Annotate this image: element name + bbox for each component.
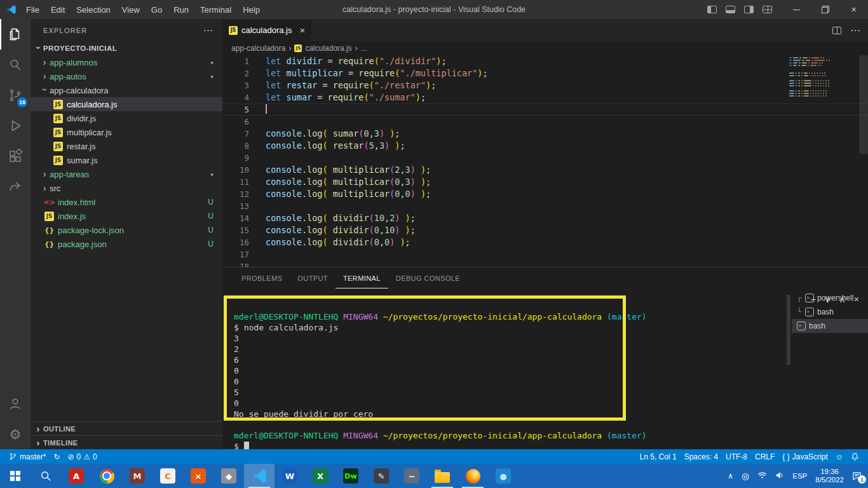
taskbar-m-app[interactable]: M [122, 464, 153, 488]
problems-indicator[interactable]: ⊘ 0 ⚠ 0 [64, 449, 100, 464]
menu-go[interactable]: Go [146, 0, 168, 19]
source-control-activity-button[interactable]: 16 [0, 80, 31, 111]
action-center-button[interactable]: 1 [852, 471, 862, 480]
terminal-scrollbar[interactable] [785, 288, 792, 449]
code-line-10[interactable]: 10console.log( multiplicar(2,3) ); [222, 164, 868, 176]
tree-file-dividir.js[interactable]: JSdividir.js [31, 111, 222, 125]
tree-folder-app-calculadora[interactable]: ›app-calculadora [31, 83, 222, 97]
tree-folder-app-alumnos[interactable]: ›app-alumnos● [31, 55, 222, 69]
settings-button[interactable]: ⚙ [0, 419, 31, 449]
code-line-1[interactable]: 1let dividir = require("./dividir"); [222, 55, 868, 67]
clock[interactable]: 19:36 8/5/2022 [815, 468, 844, 484]
split-editor-icon[interactable] [832, 27, 841, 34]
toggle-secondary-sidebar-icon[interactable] [744, 6, 754, 13]
tree-file-package-lock.json[interactable]: {}package-lock.jsonU [31, 223, 222, 237]
speaker-icon[interactable] [775, 470, 784, 482]
minimize-button[interactable]: ─ [782, 0, 811, 19]
breadcrumb-item[interactable]: calculadora.js [305, 44, 351, 53]
editor-scrollbar[interactable] [859, 55, 868, 154]
code-line-6[interactable]: 6 [222, 116, 868, 128]
tree-file-index.html[interactable]: <>index.htmlU [31, 195, 222, 209]
encoding-setting[interactable]: UTF-8 [722, 449, 751, 464]
menu-help[interactable]: Help [237, 0, 266, 19]
menu-edit[interactable]: Edit [45, 0, 71, 19]
taskbar-mysql-app[interactable]: ~ [397, 464, 427, 488]
taskbar-gray-app[interactable]: ◆ [214, 464, 244, 488]
code-line-9[interactable]: 9 [222, 152, 868, 164]
more-actions-icon[interactable]: ⋯ [203, 25, 214, 36]
tree-file-calculadora.js[interactable]: JScalculadora.js [31, 97, 222, 111]
code-line-16[interactable]: 16console.log( dividir(0,0) ); [222, 236, 868, 248]
code-line-12[interactable]: 12console.log( multiplicar(0,0) ); [222, 188, 868, 200]
cursor-position[interactable]: Ln 5, Col 1 [636, 449, 681, 464]
network-icon[interactable] [757, 470, 767, 482]
code-line-18[interactable]: 18 [222, 261, 868, 267]
code-line-8[interactable]: 8console.log( restar(5,3) ); [222, 140, 868, 152]
code-line-7[interactable]: 7console.log( sumar(0,3) ); [222, 128, 868, 140]
tree-file-restar.js[interactable]: JSrestar.js [31, 139, 222, 153]
tree-file-sumar.js[interactable]: JSsumar.js [31, 153, 222, 167]
search-activity-button[interactable] [0, 50, 31, 80]
tab-calculadora-js[interactable]: JS calculadora.js × [222, 19, 311, 41]
taskbar-blue-app[interactable]: ● [488, 464, 519, 488]
tree-folder-app-tareas[interactable]: ›app-tareas● [31, 167, 222, 181]
restore-button[interactable] [811, 0, 839, 19]
taskbar-dreamweaver[interactable]: Dw [336, 464, 366, 488]
branch-indicator[interactable]: master* [5, 449, 50, 464]
toggle-sidebar-icon[interactable] [707, 6, 717, 13]
code-line-13[interactable]: 13 [222, 200, 868, 212]
panel-tab-problems[interactable]: PROBLEMS [234, 268, 290, 288]
breadcrumb-item[interactable]: ... [361, 44, 367, 53]
tab-close-icon[interactable]: × [300, 25, 306, 36]
code-line-17[interactable]: 17 [222, 248, 868, 261]
code-editor[interactable]: 1let dividir = require("./dividir");2let… [222, 55, 868, 267]
sync-button[interactable]: ↻ [50, 449, 64, 464]
menu-file[interactable]: File [20, 0, 45, 19]
terminal-content[interactable]: mderl@DESKTOP-NNTLEHQ MINGW64 ~/proyecto… [222, 288, 785, 449]
panel-tab-terminal[interactable]: TERMINAL [336, 268, 388, 288]
taskbar-capture-app[interactable]: C [153, 464, 183, 488]
code-line-15[interactable]: 15console.log( dividir(0,10) ); [222, 224, 868, 236]
project-root-folder[interactable]: › PROYECTO-INICIAL [31, 41, 222, 55]
taskbar-pen-app[interactable]: ✎ [366, 464, 397, 488]
keyboard-layout[interactable]: ESP [792, 472, 807, 480]
explorer-activity-button[interactable] [0, 19, 31, 50]
tree-file-package.json[interactable]: {}package.jsonU [31, 237, 222, 251]
taskbar-search-button[interactable] [31, 464, 61, 488]
panel-tab-output[interactable]: OUTPUT [290, 268, 336, 288]
code-line-2[interactable]: 2let multiplicar = require("./multiplica… [222, 67, 868, 79]
editor-more-actions-icon[interactable]: ⋯ [850, 24, 860, 36]
section-outline[interactable]: ›OUTLINE [31, 421, 222, 435]
bullseye-icon[interactable]: ◎ [742, 471, 749, 481]
language-mode[interactable]: { } JavaScript [778, 449, 831, 464]
taskbar-excel[interactable]: X [305, 464, 336, 488]
taskbar-chrome[interactable] [92, 464, 122, 488]
tray-expand-icon[interactable]: ∧ [728, 471, 733, 480]
minimap[interactable] [789, 57, 859, 103]
code-line-3[interactable]: 3let restar = require("./restar"); [222, 79, 868, 92]
extensions-activity-button[interactable] [0, 141, 31, 172]
tree-file-index.js[interactable]: JSindex.jsU [31, 209, 222, 223]
terminal-instance-bash[interactable]: >_bash [792, 319, 868, 333]
taskbar-acrobat[interactable]: A [61, 464, 92, 488]
start-button[interactable] [0, 464, 31, 488]
indentation-setting[interactable]: Spaces: 4 [681, 449, 722, 464]
close-window-button[interactable]: × [839, 0, 868, 19]
breadcrumb-item[interactable]: app-calculadora [231, 44, 285, 53]
notifications-button[interactable] [847, 449, 863, 464]
taskbar-vscode[interactable] [244, 464, 275, 488]
code-line-5[interactable]: 5 [222, 104, 868, 116]
panel-tab-debug-console[interactable]: DEBUG CONSOLE [388, 268, 468, 288]
tree-file-multiplicar.js[interactable]: JSmultiplicar.js [31, 125, 222, 139]
customize-layout-icon[interactable] [763, 6, 772, 13]
code-line-14[interactable]: 14console.log( dividir(10,2) ); [222, 212, 868, 224]
taskbar-firefox[interactable] [458, 464, 488, 488]
taskbar-orange-grid-app[interactable]: × [183, 464, 214, 488]
code-line-4[interactable]: 4let sumar = require("./sumar"); [222, 92, 868, 104]
terminal-instance-bash[interactable]: └>_bash [792, 305, 868, 319]
run-debug-activity-button[interactable] [0, 111, 31, 141]
section-timeline[interactable]: ›TIMELINE [31, 435, 222, 449]
tree-folder-src[interactable]: ›src [31, 181, 222, 195]
menu-terminal[interactable]: Terminal [194, 0, 237, 19]
live-share-activity-button[interactable] [0, 172, 31, 202]
